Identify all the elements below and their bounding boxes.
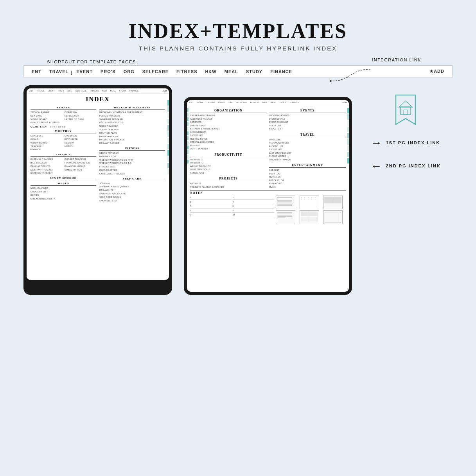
notes-row-6: 6	[232, 204, 274, 208]
t2-nav-selfcare[interactable]: SELFCARE	[236, 101, 247, 104]
study-title: STUDY SESSION	[31, 176, 96, 180]
org-item-9: ORDERS & DELIVERIES	[190, 140, 267, 144]
fitness-item-2: MONTHLY LOG	[99, 155, 165, 158]
hw-item-1: MEDICINE / VITAMINS & SUPPLEMENT	[99, 111, 165, 114]
header-section: INDEX+TEMPLATES THIS PLANNER CONTAINS FU…	[23, 12, 453, 52]
tablet-1-nav: ENT TRAVEL EVENT PRO'S ORG SELFCARE FITN…	[27, 88, 169, 93]
finance-item-5: SAVINGS TRACKER	[31, 171, 62, 175]
ent-item-4: PODCAST LOG	[269, 179, 346, 182]
monthly-title: MONTHLY	[31, 129, 96, 133]
org-left-col: ORGANIZATION CHORES AND CLEANING PASSWOR…	[190, 108, 267, 189]
org-item-8: MEETING NOTES	[190, 137, 267, 141]
page-container: INDEX+TEMPLATES THIS PLANNER CONTAINS FU…	[0, 0, 476, 476]
nav-item-selfcare[interactable]: SELFCARE	[142, 69, 169, 74]
nav-item-org[interactable]: ORG	[124, 69, 135, 74]
t1-nav-hw[interactable]: H&W	[102, 90, 107, 92]
nav-item-finance[interactable]: FINANCE	[270, 69, 292, 74]
productivity-item-2: TO DO LIST 2	[190, 161, 267, 165]
org-item-7: BUCKET LIST	[190, 134, 267, 137]
nav-item-study[interactable]: STUDY	[246, 69, 262, 74]
finance-item-6: BUDGET TRACKER	[65, 158, 96, 161]
events-item-2: EVENT DETAILS	[269, 117, 346, 121]
t1-nav-ent[interactable]: ENT	[29, 90, 33, 92]
events-item-5: BUDGET LIST	[269, 127, 346, 131]
t2-nav-travel[interactable]: TRAVEL	[197, 101, 205, 104]
t1-nav-selfcare[interactable]: SELFCARE	[75, 90, 87, 92]
home-icon-area	[370, 93, 441, 128]
hw-item-6: SLEEP TRACKER	[99, 128, 165, 131]
yearly-item-7: LETTER TO SELF	[65, 118, 96, 121]
t2-nav-ent[interactable]: ENT	[189, 101, 194, 104]
t1-nav-add[interactable]: ADD	[162, 90, 167, 92]
nav-item-hw[interactable]: H&W	[205, 69, 216, 74]
first-pg-annotation: → 1ST PG INDEX LINK	[370, 136, 441, 149]
t1-nav-org[interactable]: ORG	[68, 90, 72, 92]
index-left-col: YEARLY 2025 CALENDAR KEY DATE VISION BOA…	[31, 104, 96, 202]
org-item-3: CONTACTS	[190, 120, 267, 124]
meals-title: MEALS	[31, 182, 96, 186]
template-bar-section: SHORTCUT FOR TEMPLATE PAGES ↓ INTEGRATIO…	[23, 65, 453, 77]
subtitle: THIS PLANNER CONTAINS FULLY HYPERLINK IN…	[23, 45, 453, 52]
hw-item-8: HABIT TRACKER	[99, 135, 165, 138]
t1-nav-event[interactable]: EVENT	[48, 90, 55, 92]
hw-item-9: HYDRATION TRACKER	[99, 138, 165, 142]
t2-nav-hw[interactable]: H&W	[262, 101, 268, 104]
nav-item-ent[interactable]: ENT	[32, 69, 41, 74]
thumb-1	[276, 196, 295, 209]
entertainment-title: ENTERTAINMENT	[269, 163, 346, 168]
nav-item-event[interactable]: EVENT	[76, 69, 93, 74]
t2-nav-fitness[interactable]: FITNESS	[250, 101, 259, 104]
t1-nav-travel[interactable]: TRAVEL	[36, 90, 45, 92]
arrow-right-1: →	[370, 136, 382, 149]
hw-item-4: DOC & MEDICAL LOG	[99, 121, 165, 124]
t2-nav-event[interactable]: EVENT	[208, 101, 215, 104]
monthly-item-3: VISION BOARD	[31, 141, 62, 145]
t2-nav-finance[interactable]: FINANCE	[290, 101, 299, 104]
tablets-section: ENT TRAVEL EVENT PRO'S ORG SELFCARE FITN…	[23, 85, 453, 295]
meal-item-2: GROCERY LIST	[31, 190, 96, 194]
svg-marker-2	[399, 101, 412, 107]
thumb-3	[323, 196, 343, 209]
notes-row-9: 9	[190, 213, 232, 217]
hw-item-3: SYMPTOM TRACKER	[99, 118, 165, 121]
monthly-item-7: FAVOURITE	[65, 138, 96, 141]
t1-nav-meal[interactable]: MEAL	[110, 90, 116, 92]
nav-item-pros[interactable]: PRO'S	[101, 69, 116, 74]
t1-nav-study[interactable]: STUDY	[119, 90, 126, 92]
t1-nav-finance[interactable]: FINANCE	[129, 90, 139, 92]
travel-item-2: ACCOMMODATIONS	[269, 141, 346, 145]
events-item-1: UPCOMING EVENTS	[269, 114, 346, 117]
org-title: ORGANIZATION	[190, 109, 267, 113]
selfcare-item-4: SKIN HAIR NAILS CARE	[99, 192, 165, 196]
second-pg-annotation: ← 2ND PG INDEX LINK	[370, 159, 441, 172]
hw-item-2: PERIOD TRACKER	[99, 114, 165, 118]
t2-nav-org[interactable]: ORG	[228, 101, 233, 104]
t2-nav-pros[interactable]: PRO'S	[218, 101, 225, 104]
t2-nav-meal[interactable]: MEAL	[270, 101, 276, 104]
selfcare-item-2: AFFIRMATIONS & QUOTES	[99, 185, 165, 189]
finance-item-1: EXPENSE TRACKER	[31, 158, 62, 161]
t2-nav-add[interactable]: ADD	[342, 101, 347, 104]
productivity-item-5: ACTION PLAN	[190, 171, 267, 175]
thumb-5	[300, 210, 319, 224]
nav-item-travel[interactable]: TRAVEL	[49, 69, 68, 74]
monthly-item-5: FINANCE	[31, 148, 62, 151]
projects-title: PROJECTS	[190, 177, 267, 181]
selfcare-item-1: JOURNAL	[99, 182, 165, 185]
productivity-item-3: WEEKLY TO DO LIST	[190, 165, 267, 168]
finance-item-9: SUBSCRIPTION	[65, 168, 96, 172]
monthly-item-6: OVERVIEW	[65, 134, 96, 138]
tablet-1-screen: ENT TRAVEL EVENT PRO'S ORG SELFCARE FITN…	[27, 88, 169, 280]
org-item-11: OUTFIT PLANNER	[190, 147, 267, 151]
t2-nav-study[interactable]: STUDY	[279, 101, 286, 104]
fitness-title: FITNESS	[99, 147, 165, 151]
nav-item-meal[interactable]: MEAL	[225, 69, 238, 74]
tablet-2-nav: ENT TRAVEL EVENT PRO'S ORG SELFCARE FITN…	[187, 100, 349, 105]
tablet-1-frame: ENT TRAVEL EVENT PRO'S ORG SELFCARE FITN…	[23, 85, 172, 295]
nav-item-fitness[interactable]: FITNESS	[176, 69, 197, 74]
org-item-6: APPOINTMENTS	[190, 131, 267, 134]
fitness-item-7: CHALLENGE TRACKER	[99, 172, 165, 176]
nav-item-add[interactable]: ★ADD	[429, 69, 444, 74]
t1-nav-fitness[interactable]: FITNESS	[90, 90, 99, 92]
t1-nav-pros[interactable]: PRO'S	[58, 90, 65, 92]
